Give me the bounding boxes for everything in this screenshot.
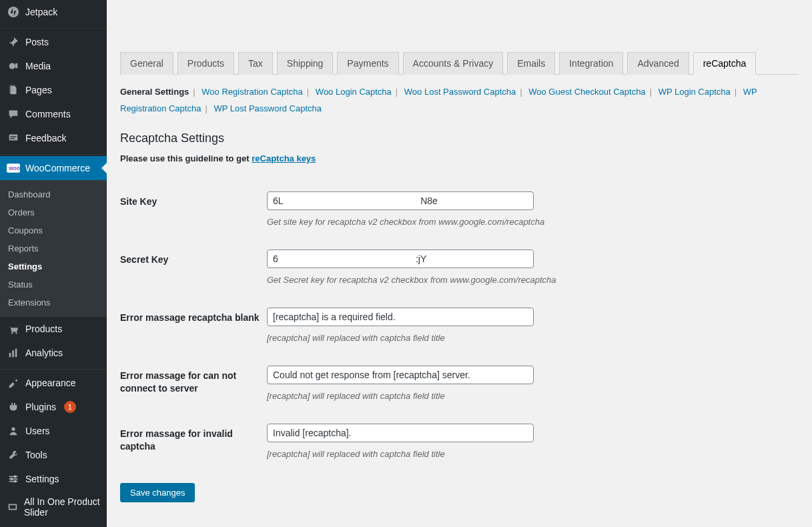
submenu-item-dashboard[interactable]: Dashboard	[0, 185, 107, 203]
recaptcha-keys-link[interactable]: reCaptcha keys	[252, 153, 316, 163]
media-icon	[7, 59, 20, 73]
label-secret-key: Secret Key	[120, 241, 267, 300]
settings-tabs: General Products Tax Shipping Payments A…	[120, 52, 799, 75]
label-err-invalid: Error massage for invalid captcha	[120, 416, 267, 474]
svg-rect-5	[11, 138, 15, 139]
subtab-woo-registration[interactable]: Woo Registration Captcha	[201, 87, 303, 97]
submenu-item-coupons[interactable]: Coupons	[0, 221, 107, 239]
svg-rect-21	[10, 505, 16, 508]
sidebar-item-posts[interactable]: Posts	[0, 30, 107, 54]
pin-icon	[7, 35, 20, 49]
subtab-wp-lost-password[interactable]: WP Lost Password Captcha	[214, 103, 322, 113]
sidebar-item-label: Jetpack	[25, 7, 57, 17]
sidebar-item-appearance[interactable]: Appearance	[0, 371, 107, 395]
guideline-text: Please use this guideline to get reCaptc…	[120, 153, 799, 163]
err-blank-input[interactable]	[267, 308, 534, 326]
err-invalid-input[interactable]	[267, 424, 534, 442]
slider-icon	[7, 500, 19, 514]
tools-icon	[7, 448, 20, 462]
subtab-general-settings[interactable]: General Settings	[120, 87, 189, 97]
settings-form: Site Key Get site key for recaptcha v2 c…	[120, 183, 799, 474]
save-changes-button[interactable]: Save changes	[120, 483, 195, 502]
sidebar-item-label: Products	[25, 324, 62, 334]
section-title: Recaptcha Settings	[120, 131, 799, 145]
submenu-item-settings[interactable]: Settings	[0, 257, 107, 276]
jetpack-icon	[7, 5, 20, 19]
tab-shipping[interactable]: Shipping	[277, 52, 334, 75]
sidebar-item-label: Analytics	[25, 348, 63, 358]
svg-rect-12	[15, 349, 17, 358]
tab-emails[interactable]: Emails	[507, 52, 555, 75]
sidebar-item-label: Feedback	[25, 133, 66, 143]
sidebar-item-products[interactable]: Products	[0, 317, 107, 341]
sidebar-item-label: Posts	[25, 37, 49, 47]
site-key-input[interactable]	[267, 191, 534, 210]
svg-rect-10	[9, 353, 11, 357]
settings-icon	[7, 472, 20, 486]
sidebar-item-pages[interactable]: Pages	[0, 78, 107, 102]
svg-point-9	[15, 332, 17, 334]
woo-icon: woo	[7, 161, 20, 175]
subtab-woo-login[interactable]: Woo Login Captcha	[316, 87, 392, 97]
sidebar-item-feedback[interactable]: Feedback	[0, 126, 107, 150]
tab-recaptcha[interactable]: reCaptcha	[693, 52, 757, 75]
submenu-item-status[interactable]: Status	[0, 276, 107, 294]
sidebar-item-label: Tools	[25, 450, 47, 460]
sidebar-item-label: Media	[25, 61, 51, 71]
sidebar-item-tools[interactable]: Tools	[0, 443, 107, 467]
sidebar-item-analytics[interactable]: Analytics	[0, 341, 107, 365]
sidebar-item-label: Plugins	[25, 402, 56, 412]
tab-integration[interactable]: Integration	[559, 52, 623, 75]
desc-site-key: Get site key for recaptcha v2 checkbox f…	[267, 217, 792, 227]
sidebar-item-media[interactable]: Media	[0, 54, 107, 78]
feedback-icon	[7, 131, 20, 145]
main-content: General Products Tax Shipping Payments A…	[107, 0, 812, 527]
secret-key-input[interactable]	[267, 249, 534, 268]
comments-icon	[7, 107, 20, 121]
sidebar-item-label: Users	[25, 426, 50, 436]
submenu-item-reports[interactable]: Reports	[0, 239, 107, 257]
subtab-woo-lost-password[interactable]: Woo Lost Password Captcha	[404, 87, 516, 97]
sidebar-item-settings[interactable]: Settings	[0, 467, 107, 491]
sidebar-item-slider[interactable]: All In One Product Slider	[0, 491, 107, 523]
sidebar-item-label: Appearance	[25, 378, 76, 388]
desc-err-blank: [recaptcha] will replaced with captcha f…	[267, 333, 792, 343]
woocommerce-submenu: Dashboard Orders Coupons Reports Setting…	[0, 180, 107, 317]
tab-accounts-privacy[interactable]: Accounts & Privacy	[403, 52, 504, 75]
sidebar-item-plugins[interactable]: Plugins 1	[0, 395, 107, 419]
subtab-wp-login[interactable]: WP Login Captcha	[659, 87, 731, 97]
pages-icon	[7, 83, 20, 97]
plugins-icon	[7, 400, 20, 414]
submenu-item-extensions[interactable]: Extensions	[0, 294, 107, 312]
label-site-key: Site Key	[120, 183, 267, 241]
sidebar-item-users[interactable]: Users	[0, 419, 107, 443]
svg-point-17	[14, 476, 17, 478]
tab-general[interactable]: General	[120, 52, 173, 75]
sidebar-item-label: WooCommerce	[25, 163, 90, 173]
svg-rect-11	[12, 350, 14, 357]
tab-tax[interactable]: Tax	[238, 52, 273, 75]
svg-point-8	[11, 332, 13, 334]
users-icon	[7, 424, 20, 438]
subtab-woo-guest-checkout[interactable]: Woo Guest Checkout Captcha	[528, 87, 645, 97]
tab-payments[interactable]: Payments	[337, 52, 398, 75]
svg-point-19	[14, 480, 17, 483]
tab-advanced[interactable]: Advanced	[627, 52, 689, 75]
sidebar-item-comments[interactable]: Comments	[0, 102, 107, 126]
err-server-input[interactable]	[267, 366, 534, 384]
tab-products[interactable]: Products	[177, 52, 234, 75]
appearance-icon	[7, 376, 20, 390]
desc-err-server: [recaptcha] will replaced with captcha f…	[267, 391, 792, 401]
svg-rect-3	[9, 135, 18, 141]
sidebar-item-woocommerce[interactable]: woo WooCommerce	[0, 156, 107, 180]
sidebar-item-jetpack[interactable]: Jetpack	[0, 0, 107, 24]
settings-subtabs: General Settings| Woo Registration Captc…	[120, 84, 799, 117]
svg-text:woo: woo	[8, 165, 20, 171]
desc-err-invalid: [recaptcha] will replaced with captcha f…	[267, 449, 792, 459]
svg-point-1	[9, 63, 15, 69]
submenu-item-orders[interactable]: Orders	[0, 203, 107, 221]
admin-sidebar: Jetpack Posts Media Pages Comments Feedb…	[0, 0, 107, 527]
analytics-icon	[7, 346, 20, 360]
sidebar-item-label: All In One Product Slider	[24, 496, 101, 518]
sidebar-item-label: Pages	[25, 85, 52, 95]
